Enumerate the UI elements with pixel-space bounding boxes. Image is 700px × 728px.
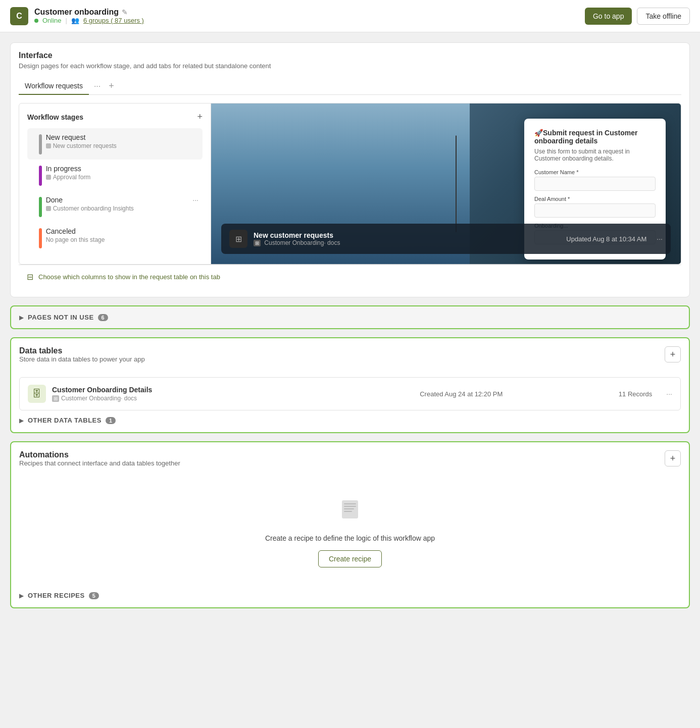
data-table-name[interactable]: Customer Onboarding Details — [52, 386, 321, 394]
table-sub-icon: ⊞ — [52, 395, 59, 402]
columns-chooser[interactable]: ⊟ Choose which columns to show in the re… — [19, 265, 681, 289]
stages-header: Workflow stages + — [27, 112, 203, 122]
automations-section: Automations Recipes that connect interfa… — [10, 441, 690, 608]
interface-section: Interface Design pages for each workflow… — [10, 42, 690, 297]
other-tables-arrow-icon: ▶ — [19, 417, 24, 424]
preview-input-customer-name — [534, 177, 656, 191]
data-tables-section: Data tables Store data in data tables to… — [10, 337, 690, 433]
interface-tabs: Workflow requests ··· + — [19, 78, 681, 95]
app-icon: C — [10, 7, 28, 25]
app-meta: Online | 👥 6 groups ( 87 users ) — [34, 17, 144, 24]
data-table-sub: ⊞ Customer Onboarding· docs — [52, 395, 321, 402]
stage-sub-new-request: New customer requests — [46, 142, 198, 149]
stage-sub-in-progress: Approval form — [46, 174, 198, 181]
preview-card-update: Updated Aug 8 at 10:34 AM — [566, 235, 646, 243]
stage-item-new-request[interactable]: ···· New request New customer requests — [27, 128, 203, 160]
preview-label-customer-name: Customer Name * — [534, 169, 656, 175]
create-recipe-button[interactable]: Create recipe — [318, 550, 382, 567]
other-recipes-arrow-icon: ▶ — [19, 592, 24, 599]
preview-card-icon: ⊞ — [229, 230, 247, 248]
main-content: Interface Design pages for each workflow… — [0, 32, 700, 627]
stages-panel: Workflow stages + ···· New request New c… — [19, 103, 211, 264]
add-data-table-button[interactable]: + — [665, 346, 681, 362]
groups-icon: 👥 — [71, 17, 79, 24]
other-tables-badge: 1 — [106, 417, 116, 424]
svg-rect-3 — [344, 508, 354, 509]
status-label: Online — [42, 17, 62, 24]
stage-color-canceled — [39, 228, 42, 248]
stage-info-done: Done Customer onboarding Insights — [46, 196, 189, 212]
tab-workflow-requests[interactable]: Workflow requests — [19, 78, 89, 95]
pages-arrow-icon: ▶ — [19, 314, 24, 321]
add-automation-button[interactable]: + — [665, 450, 681, 466]
interface-title: Interface — [19, 51, 681, 60]
preview-divider — [456, 136, 457, 232]
stage-name-new-request: New request — [46, 133, 198, 141]
interface-desc: Design pages for each workflow stage, an… — [19, 62, 681, 70]
other-recipes-badge: 5 — [89, 592, 99, 599]
stage-done-dots[interactable]: ··· — [192, 196, 198, 204]
preview-card-dots[interactable]: ··· — [657, 235, 663, 243]
data-table-dots[interactable]: ··· — [666, 390, 672, 398]
stage-page-icon — [46, 206, 51, 211]
preview-card: ⊞ New customer requests ⊞ Customer Onboa… — [221, 224, 671, 254]
tab-more-options[interactable]: ··· — [91, 80, 104, 93]
app-title-group: Customer onboarding ✎ Online | 👥 6 group… — [34, 8, 144, 24]
data-table-icon: 🗄 — [28, 385, 46, 403]
stage-sub-canceled: No page on this stage — [46, 236, 198, 243]
tab-add-button[interactable]: + — [106, 79, 117, 93]
preview-form-title: 🚀Submit request in Customer onboarding d… — [534, 129, 656, 145]
automations-desc: Recipes that connect interface and data … — [19, 459, 180, 467]
pages-not-in-use-label: PAGES NOT IN USE — [28, 314, 94, 321]
header-actions: Go to app Take offline — [585, 8, 690, 25]
automations-header: Automations Recipes that connect interfa… — [19, 450, 681, 475]
stage-info-in-progress: In progress Approval form — [46, 165, 198, 181]
pages-not-in-use-section: ▶ PAGES NOT IN USE 6 — [10, 305, 690, 329]
take-offline-button[interactable]: Take offline — [637, 8, 690, 25]
data-tables-header: Data tables Store data in data tables to… — [19, 346, 681, 371]
stage-color-new-request — [39, 134, 42, 154]
data-table-records: 11 Records — [602, 390, 652, 398]
app-header: C Customer onboarding ✎ Online | 👥 6 gro… — [0, 0, 700, 32]
groups-link[interactable]: 6 groups ( 87 users ) — [83, 17, 144, 24]
stage-name-canceled: Canceled — [46, 227, 198, 235]
stage-info-canceled: Canceled No page on this stage — [46, 227, 198, 243]
preview-form-desc: Use this form to submit a request in Cus… — [534, 148, 656, 162]
workflow-area: Workflow stages + ···· New request New c… — [19, 103, 681, 265]
go-to-app-button[interactable]: Go to app — [585, 8, 632, 25]
stages-add-button[interactable]: + — [197, 112, 203, 122]
other-recipes-header[interactable]: ▶ OTHER RECIPES 5 — [19, 588, 681, 599]
preview-field-customer-name: Customer Name * — [534, 169, 656, 191]
data-tables-desc: Store data in data tables to power your … — [19, 355, 145, 363]
preview-label-deal-amount: Deal Amount * — [534, 196, 656, 202]
card-sub-icon: ⊞ — [254, 240, 261, 246]
status-dot — [34, 19, 38, 23]
svg-rect-1 — [344, 503, 356, 504]
stage-item-done[interactable]: ···· Done Customer onboarding Insights ·… — [27, 191, 203, 222]
stage-color-in-progress — [39, 166, 42, 186]
other-tables-label: OTHER DATA TABLES — [28, 417, 102, 424]
preview-card-sub: ⊞ Customer Onboarding· docs — [254, 239, 560, 246]
automations-empty-icon — [338, 497, 362, 526]
automations-title: Automations — [19, 450, 180, 459]
other-data-tables-header[interactable]: ▶ OTHER DATA TABLES 1 — [19, 410, 681, 424]
preview-card-title: New customer requests — [254, 231, 560, 239]
stage-item-canceled[interactable]: ···· Canceled No page on this stage — [27, 222, 203, 253]
stage-page-icon — [46, 143, 51, 148]
stages-title: Workflow stages — [27, 113, 83, 121]
data-tables-title-group: Data tables Store data in data tables to… — [19, 346, 145, 371]
header-left: C Customer onboarding ✎ Online | 👥 6 gro… — [10, 7, 144, 25]
stage-info-new-request: New request New customer requests — [46, 133, 198, 149]
automations-title-group: Automations Recipes that connect interfa… — [19, 450, 180, 475]
svg-rect-4 — [344, 511, 352, 512]
pages-not-in-use-header[interactable]: ▶ PAGES NOT IN USE 6 — [11, 306, 689, 328]
stage-color-done — [39, 197, 42, 217]
preview-panel: 🚀Submit request in Customer onboarding d… — [211, 103, 681, 264]
stage-page-icon — [46, 175, 51, 180]
automations-empty-state: Create a recipe to define the logic of t… — [19, 477, 681, 588]
preview-card-info: New customer requests ⊞ Customer Onboard… — [254, 231, 560, 246]
stage-item-in-progress[interactable]: ···· In progress Approval form — [27, 160, 203, 191]
pages-not-in-use-badge: 6 — [98, 314, 108, 321]
edit-title-icon[interactable]: ✎ — [122, 8, 128, 16]
columns-label: Choose which columns to show in the requ… — [38, 273, 220, 281]
